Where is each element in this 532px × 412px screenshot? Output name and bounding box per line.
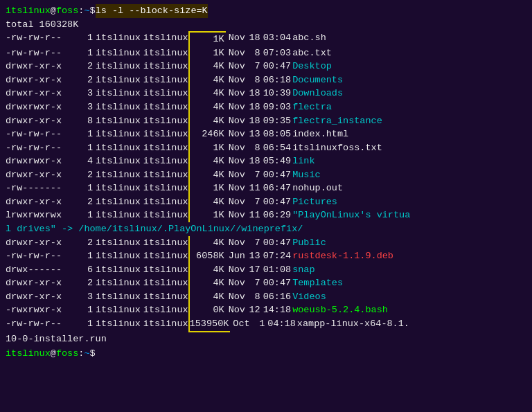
- file-user: itslinux: [93, 276, 141, 290]
- file-size: 246K: [188, 127, 226, 141]
- file-perms: -rw-------: [6, 181, 83, 195]
- file-size: 1K: [188, 208, 226, 222]
- file-group: itslinux: [141, 290, 188, 304]
- file-day: 18: [247, 87, 260, 100]
- file-group: itslinux: [141, 127, 188, 141]
- file-month: Nov: [226, 127, 247, 141]
- file-day: 7: [247, 276, 260, 290]
- file-row: -rw-rw-r-- 1 itslinux itslinux153950K Oc…: [6, 317, 526, 332]
- file-user: itslinux: [93, 154, 141, 168]
- file-row: drwxr-xr-x 2 itslinux itslinux4K Nov7 00…: [6, 236, 526, 250]
- file-day: 13: [247, 249, 260, 263]
- file-time: 03:04: [260, 31, 292, 46]
- command-line: itslinux@foss:~$ ls -l --block-size=K: [6, 4, 526, 18]
- file-month: Nov: [226, 276, 247, 290]
- file-row: drwx------ 6 itslinux itslinux4K Nov17 0…: [6, 263, 526, 277]
- file-listing: -rw-rw-r-- 1 itslinux itslinux1K Nov18 0…: [6, 31, 526, 346]
- file-month: Nov: [226, 100, 247, 114]
- file-row: -rw-rw-r-- 1 itslinux itslinux1K Nov18 0…: [6, 31, 526, 46]
- file-row: -rw-rw-r-- 1 itslinux itslinux246K Nov13…: [6, 127, 526, 141]
- file-day: 7: [247, 168, 260, 182]
- file-perms: -rw-rw-r--: [6, 31, 83, 46]
- terminal: itslinux@foss:~$ ls -l --block-size=K to…: [0, 0, 532, 412]
- file-day: 12: [247, 303, 260, 317]
- command-text: ls -l --block-size=K: [96, 4, 208, 18]
- file-size: 4K: [188, 73, 226, 87]
- file-links: 1: [83, 208, 93, 222]
- file-month: Nov: [226, 303, 247, 317]
- file-name: Desktop: [291, 60, 332, 73]
- file-user: itslinux: [93, 141, 141, 155]
- file-time: 00:47: [260, 60, 292, 73]
- file-group: itslinux: [141, 46, 188, 60]
- file-perms: -rw-rw-r--: [6, 249, 83, 263]
- file-group: itslinux: [141, 249, 188, 263]
- file-group: itslinux: [141, 263, 188, 277]
- file-group: itslinux: [141, 60, 188, 73]
- file-user: itslinux: [93, 100, 141, 114]
- file-links: 4: [83, 154, 93, 168]
- file-links: 6: [83, 263, 93, 277]
- file-size: 4K: [188, 290, 226, 304]
- file-month: Nov: [226, 154, 247, 168]
- file-time: 06:29: [260, 208, 292, 222]
- file-perms: drwx------: [6, 263, 83, 277]
- file-day: 7: [247, 236, 260, 250]
- file-user: itslinux: [93, 263, 141, 277]
- file-size: 4K: [188, 87, 226, 100]
- file-month: Nov: [226, 181, 247, 195]
- prompt-host: foss: [56, 4, 78, 18]
- file-group: itslinux: [141, 100, 188, 114]
- file-name: Music: [291, 168, 321, 182]
- file-size: 4K: [188, 276, 226, 290]
- file-day: 1: [251, 317, 265, 332]
- file-name: itslinuxfoss.txt: [291, 141, 382, 155]
- file-day: 13: [247, 127, 260, 141]
- file-row: drwxrwxr-x 4 itslinux itslinux4K Nov18 0…: [6, 154, 526, 168]
- file-size: 4K: [188, 114, 226, 128]
- file-row: drwxr-xr-x 3 itslinux itslinux4K Nov8 06…: [6, 290, 526, 304]
- file-size: 0K: [188, 303, 226, 317]
- file-size: 1K: [188, 46, 226, 60]
- file-perms: -rw-rw-r--: [6, 46, 83, 60]
- final-prompt-host: foss: [56, 347, 78, 361]
- file-group: itslinux: [141, 154, 188, 168]
- file-perms: drwxr-xr-x: [6, 87, 83, 100]
- file-month: Nov: [226, 208, 247, 222]
- file-time: 14:18: [260, 303, 292, 317]
- file-time: 07:03: [260, 46, 292, 60]
- file-name: "PlayOnLinux's virtua: [291, 208, 410, 222]
- final-prompt-line[interactable]: itslinux@foss:~$: [6, 347, 526, 361]
- file-user: itslinux: [93, 87, 141, 100]
- file-row: drwxr-xr-x 2 itslinux itslinux4K Nov7 00…: [6, 195, 526, 209]
- file-month: Nov: [226, 141, 247, 155]
- file-perms: drwxrwxr-x: [6, 100, 83, 114]
- file-user: itslinux: [93, 208, 141, 222]
- file-row: drwxr-xr-x 2 itslinux itslinux4K Nov7 00…: [6, 168, 526, 182]
- file-day: 7: [247, 60, 260, 73]
- file-size: 1K: [188, 141, 226, 155]
- file-time: 00:47: [260, 236, 292, 250]
- file-user: itslinux: [93, 60, 141, 73]
- file-name-wrap: 10-0-installer.run: [6, 332, 107, 346]
- file-name: Videos: [291, 290, 326, 304]
- file-name: Documents: [291, 73, 343, 87]
- file-links: 1: [83, 127, 93, 141]
- file-day: 8: [247, 46, 260, 60]
- file-size: 4K: [188, 236, 226, 250]
- prompt-dir: ~: [84, 4, 89, 18]
- file-month: Nov: [226, 168, 247, 182]
- file-name: Downloads: [291, 87, 343, 100]
- file-month: Nov: [226, 114, 247, 128]
- file-links: 1: [83, 317, 93, 332]
- file-size: 153950K: [188, 317, 231, 332]
- file-name: abc.txt: [291, 46, 332, 60]
- file-time: 07:24: [260, 249, 292, 263]
- file-perms: lrwxrwxrwx: [6, 208, 83, 222]
- file-perms: -rwxrwxr-x: [6, 303, 83, 317]
- file-time: 04:18: [265, 317, 296, 332]
- file-links: 1: [83, 31, 93, 46]
- file-perms: drwxr-xr-x: [6, 236, 83, 250]
- file-name: Templates: [291, 276, 343, 290]
- file-user: itslinux: [93, 181, 141, 195]
